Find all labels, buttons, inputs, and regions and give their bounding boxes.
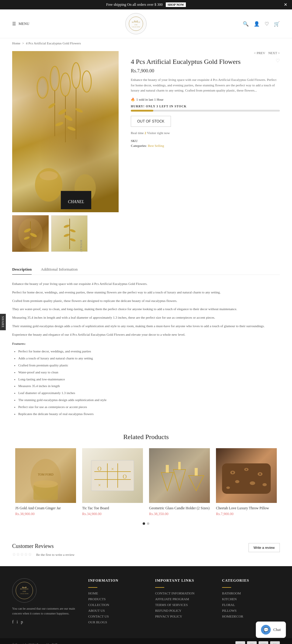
footer-link-contact-info[interactable]: CONTACT INFORMATION — [155, 591, 213, 595]
prev-product[interactable]: < PREV — [254, 51, 265, 55]
footer-link-homedecor[interactable]: HOMEDECOR — [222, 615, 280, 618]
chat-widget[interactable]: 💬 Chat — [256, 621, 286, 638]
breadcrumb-current: 4 Pcs Artificial Eucalyptus Gold Flowers — [26, 41, 81, 45]
category-link[interactable]: Best Selling — [148, 144, 164, 147]
svg-text:O: O — [98, 466, 102, 472]
sku-row: SKU — [131, 139, 280, 143]
related-product-1-image: TOM FORD — [15, 448, 76, 503]
svg-point-16 — [55, 121, 64, 127]
footer-categories: CATEGORIES BATHROOM KITCHEN FLORAL PILLO… — [222, 578, 280, 626]
header-logo[interactable]: ROYALE ONE COLLECTIONS — [29, 13, 243, 34]
related-product-4[interactable]: Cheetah Love Luxury Throw Pillow Rs.7,90… — [216, 448, 277, 516]
banner-text: Free shipping On all orders over $ 300 — [106, 2, 163, 7]
feature-item: Perfect for home decor, weddings, and ev… — [18, 348, 280, 355]
stock-bar — [131, 110, 280, 112]
svg-text:COLLECTIONS: COLLECTIONS — [132, 26, 140, 28]
wishlist-icon[interactable]: ♡ — [265, 21, 269, 27]
header: ☰ MENU ROYALE ONE COLLECTIONS 🔍 👤 ♡ 🛒 — [0, 9, 292, 38]
instagram-icon[interactable]: i — [17, 620, 18, 625]
related-product-1[interactable]: TOM FORD JS Gold And Cream Ginger Jar Rs… — [15, 448, 76, 516]
svg-point-0 — [129, 17, 143, 31]
related-product-2-name: Tic Tac Toe Board — [82, 506, 143, 511]
related-product-3-price: Rs.38,350.00 — [149, 512, 210, 516]
thumbnail-1[interactable] — [12, 215, 49, 252]
footer-link-affiliate[interactable]: AFFILIATE PROGRAM — [155, 597, 213, 601]
footer-link-privacy[interactable]: PRIVACY POLICY — [155, 615, 213, 618]
feature-item: Crafted from premium quality plastic — [18, 362, 280, 369]
footer-link-contact[interactable]: CONTACT US — [88, 615, 146, 618]
sku-label: SKU — [131, 139, 138, 143]
pinterest-icon[interactable]: p — [21, 620, 23, 625]
footer-important-links: IMPORTANT LINKS CONTACT INFORMATION AFFI… — [155, 578, 213, 626]
header-icons: 🔍 👤 ♡ 🛒 — [243, 21, 280, 27]
footer-categories-title: CATEGORIES — [222, 578, 280, 583]
breadcrumb: Home > 4 Pcs Artificial Eucalyptus Gold … — [0, 38, 292, 48]
related-products-section: Related Products TOM FORD JS Gold And Cr… — [0, 424, 292, 534]
footer-link-collection[interactable]: COLLECTION — [88, 603, 146, 607]
features-title: Features: — [12, 341, 280, 347]
svg-marker-50 — [173, 469, 186, 491]
share-sidebar[interactable]: SHARE — [0, 314, 6, 330]
next-product[interactable]: NEXT > — [268, 51, 280, 55]
svg-point-38 — [33, 480, 58, 488]
carousel-pagination — [12, 522, 280, 525]
chat-label: Chat — [273, 627, 281, 632]
pagination-dot-2[interactable] — [147, 522, 149, 525]
footer-link-bathroom[interactable]: BATHROOM — [222, 591, 280, 595]
pagination-dot-1[interactable] — [143, 522, 145, 525]
svg-text:×: × — [98, 483, 101, 488]
svg-rect-53 — [178, 462, 181, 469]
feature-item: Water-proof and easy to clean — [18, 369, 280, 376]
shop-now-button[interactable]: SHOP NOW — [166, 2, 186, 7]
breadcrumb-home[interactable]: Home — [12, 41, 20, 45]
close-banner-button[interactable]: ✕ — [284, 2, 287, 7]
thumbnail-2[interactable]: ROYALE 5"5 — [51, 215, 88, 252]
footer-link-products[interactable]: PRODUCTS — [88, 597, 146, 601]
related-product-3[interactable]: Geometric Glass Candle Holder (2 Sizes) … — [149, 448, 210, 516]
account-icon[interactable]: 👤 — [254, 21, 260, 27]
svg-point-62 — [226, 486, 230, 489]
svg-point-10 — [82, 71, 91, 92]
product-images: CHANEL — [12, 51, 119, 252]
footer-link-refund[interactable]: REFUND POLICY — [155, 609, 213, 612]
products-grid: TOM FORD JS Gold And Cream Ginger Jar Rs… — [12, 448, 280, 516]
write-review-button[interactable]: Write a review — [249, 543, 280, 552]
footer-link-home[interactable]: HOME — [88, 591, 146, 595]
related-product-2[interactable]: O × O × Tic Tac Toe Board Rs.34,900.00 — [82, 448, 143, 516]
breadcrumb-separator: > — [22, 41, 24, 45]
svg-text:ONE: ONE — [23, 590, 26, 592]
tab-description[interactable]: Description — [12, 267, 32, 275]
footer-grid: ROYALE ONE COLLECTIONS You can be assure… — [12, 578, 280, 626]
facebook-icon[interactable]: f — [12, 620, 14, 625]
svg-point-32 — [69, 229, 76, 233]
tab-additional-info[interactable]: Additional Information — [41, 267, 78, 275]
logo-image: ROYALE ONE COLLECTIONS — [125, 13, 147, 34]
related-product-2-price: Rs.34,900.00 — [82, 512, 143, 516]
cart-icon[interactable]: 🛒 — [274, 21, 280, 27]
related-product-4-price: Rs.7,900.00 — [216, 512, 277, 516]
chat-icon: 💬 — [261, 625, 271, 635]
reviews-section: Customer Reviews ☆☆☆☆☆ Be the first to w… — [0, 534, 292, 566]
hamburger-icon[interactable]: ☰ — [12, 21, 16, 26]
footer-link-about[interactable]: ABOUT US — [88, 609, 146, 612]
footer-link-floral[interactable]: FLORAL — [222, 603, 280, 607]
footer-link-pillows[interactable]: PILLOWS — [222, 609, 280, 612]
footer-divider-1 — [88, 587, 97, 588]
thumbnail-images: ROYALE 5"5 — [12, 215, 119, 252]
add-to-wishlist-button[interactable]: ♡ — [276, 58, 280, 64]
related-product-4-name: Cheetah Love Luxury Throw Pillow — [216, 506, 277, 511]
product-title: 4 Pcs Artificial Eucalyptus Gold Flowers — [131, 58, 241, 66]
product-navigation: < PREV NEXT > — [131, 51, 280, 55]
desc-para-6: Their stunning gold eucalyptus design ad… — [12, 323, 280, 329]
real-time-visitors: Real time 2 Visitor right now — [131, 131, 280, 135]
footer-link-terms[interactable]: TERMS OF SERVICES — [155, 603, 213, 607]
out-of-stock-button[interactable]: OUT OF STOCK — [131, 116, 171, 127]
footer-important-title: IMPORTANT LINKS — [155, 578, 213, 583]
footer-link-blogs[interactable]: OUR BLOGS — [88, 620, 146, 624]
footer-link-kitchen[interactable]: KITCHEN — [222, 597, 280, 601]
categories-label: Categories — [131, 144, 146, 147]
footer: ROYALE ONE COLLECTIONS You can be assure… — [0, 566, 292, 638]
product-price: Rs.7,900.00 — [131, 68, 280, 74]
svg-point-33 — [63, 233, 70, 237]
search-icon[interactable]: 🔍 — [243, 21, 249, 27]
